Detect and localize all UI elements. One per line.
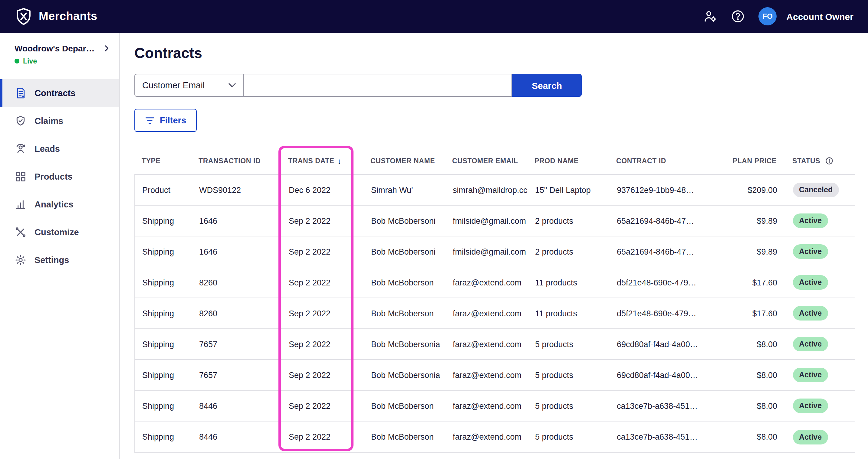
table-row[interactable]: Shipping 8446 Sep 2 2022 Bob McBoberson …	[135, 422, 855, 452]
cell-prod-name: 5 products	[528, 329, 610, 359]
cell-trans-date: Sep 2 2022	[281, 360, 364, 390]
table-row[interactable]: Shipping 8260 Sep 2 2022 Bob McBoberson …	[135, 267, 855, 298]
sidebar-item-label: Contracts	[34, 88, 75, 98]
table-row[interactable]: Shipping 1646 Sep 2 2022 Bob McBobersoni…	[135, 236, 855, 267]
account-owner-label[interactable]: Account Owner	[786, 11, 854, 22]
table-row[interactable]: Product WDS90122 Dec 6 2022 Simrah Wu' s…	[135, 175, 855, 206]
cell-customer-name: Simrah Wu'	[364, 175, 445, 205]
info-icon[interactable]	[825, 157, 834, 165]
sidebar: Woodrow's Depar… Live	[0, 33, 120, 459]
cell-contract-id: 65a21694-846b-47…	[610, 236, 706, 267]
table-row[interactable]: Shipping 8446 Sep 2 2022 Bob McBoberson …	[135, 391, 855, 422]
cell-trans-date: Sep 2 2022	[281, 206, 364, 236]
user-management-icon[interactable]	[703, 9, 717, 24]
cell-status: Active	[786, 267, 856, 298]
cell-status: Active	[786, 360, 856, 390]
cell-contract-id: 69cd80af-f4ad-4a00…	[610, 329, 706, 359]
table-row[interactable]: Shipping 7657 Sep 2 2022 Bob McBobersoni…	[135, 329, 855, 360]
cell-trans-date: Dec 6 2022	[281, 175, 364, 205]
sidebar-item-label: Products	[34, 172, 73, 182]
cell-prod-name: 5 products	[528, 360, 610, 390]
table-row[interactable]: Shipping 1646 Sep 2 2022 Bob McBobersoni…	[135, 206, 855, 236]
column-header-transaction-id[interactable]: TRANSACTION ID	[191, 147, 281, 174]
cell-contract-id: 69cd80af-f4ad-4a00…	[610, 360, 706, 390]
store-selector[interactable]: Woodrow's Depar… Live	[0, 33, 119, 70]
gear-icon	[14, 254, 27, 266]
filter-icon	[145, 116, 155, 125]
cell-customer-name: Bob McBoberson	[364, 391, 445, 421]
sidebar-item-analytics[interactable]: Analytics	[0, 191, 119, 218]
column-header-type[interactable]: TYPE	[134, 147, 191, 174]
topbar: Merchants FO Account Owner	[0, 0, 868, 33]
column-header-contract-id[interactable]: CONTRACT ID	[609, 147, 706, 174]
cell-plan-price: $17.60	[706, 298, 786, 328]
cell-customer-name: Bob McBobersonia	[364, 360, 445, 390]
cell-type: Shipping	[135, 329, 192, 359]
sidebar-item-contracts[interactable]: Contracts	[0, 79, 119, 107]
cell-transaction-id: 1646	[192, 206, 281, 236]
status-badge: Active	[793, 244, 828, 259]
brand[interactable]: Merchants	[14, 7, 97, 25]
column-header-plan-price[interactable]: PLAN PRICE	[706, 147, 785, 174]
cell-trans-date: Sep 2 2022	[281, 236, 364, 267]
cell-customer-name: Bob McBoberson	[364, 267, 445, 298]
column-header-prod-name[interactable]: PROD NAME	[527, 147, 609, 174]
cell-contract-id: ca13ce7b-a638-451…	[610, 422, 706, 452]
search-field-selected-value: Customer Email	[142, 80, 205, 90]
live-status-dot	[14, 59, 19, 64]
cell-trans-date: Sep 2 2022	[281, 298, 364, 328]
cell-status: Canceled	[786, 175, 856, 205]
status-badge: Active	[793, 398, 828, 413]
sidebar-item-label: Settings	[34, 255, 69, 265]
search-field-select[interactable]: Customer Email	[134, 74, 244, 97]
sidebar-nav: Contracts Claims	[0, 79, 119, 274]
topbar-actions: FO Account Owner	[703, 7, 854, 25]
sidebar-item-products[interactable]: Products	[0, 163, 119, 191]
column-header-customer-email[interactable]: CUSTOMER EMAIL	[445, 147, 527, 174]
column-header-customer-name[interactable]: CUSTOMER NAME	[363, 147, 445, 174]
cell-prod-name: 15" Dell Laptop	[528, 175, 610, 205]
table-row[interactable]: Shipping 7657 Sep 2 2022 Bob McBobersoni…	[135, 360, 855, 391]
cell-type: Shipping	[135, 236, 192, 267]
cell-customer-email: faraz@extend.com	[445, 391, 528, 421]
sidebar-item-customize[interactable]: Customize	[0, 218, 119, 246]
grid-icon	[14, 170, 27, 183]
filters-button[interactable]: Filters	[134, 109, 196, 132]
cell-transaction-id: 7657	[192, 360, 281, 390]
status-badge: Active	[793, 430, 828, 444]
sidebar-item-settings[interactable]: Settings	[0, 246, 119, 274]
cell-type: Product	[135, 175, 192, 205]
chevron-right-icon	[102, 44, 111, 53]
cell-type: Shipping	[135, 206, 192, 236]
cell-customer-name: Bob McBoberson	[364, 422, 445, 452]
cell-transaction-id: 1646	[192, 236, 281, 267]
cell-type: Shipping	[135, 298, 192, 328]
avatar[interactable]: FO	[758, 7, 777, 25]
brand-shield-logo-icon	[14, 7, 33, 25]
help-icon[interactable]	[731, 9, 745, 24]
store-name: Woodrow's Depar…	[14, 43, 94, 53]
search-button[interactable]: Search	[512, 74, 582, 97]
sidebar-item-claims[interactable]: Claims	[0, 107, 119, 135]
sort-descending-icon: ↓	[337, 156, 342, 165]
status-badge: Active	[793, 275, 828, 290]
search-input[interactable]	[244, 74, 512, 97]
cell-transaction-id: 8446	[192, 422, 281, 452]
sidebar-item-leads[interactable]: Leads	[0, 135, 119, 163]
cell-status: Active	[786, 329, 856, 359]
table-header: TYPE TRANSACTION ID TRANS DATE ↓ CUSTOME…	[134, 147, 855, 174]
cell-status: Active	[786, 298, 856, 328]
cell-contract-id: ca13ce7b-a638-451…	[610, 391, 706, 421]
contracts-icon	[14, 87, 27, 99]
cell-status: Active	[786, 391, 856, 421]
table-row[interactable]: Shipping 8260 Sep 2 2022 Bob McBoberson …	[135, 298, 855, 329]
page-title: Contracts	[134, 45, 855, 62]
cell-plan-price: $17.60	[706, 267, 786, 298]
cell-contract-id: 937612e9-1bb9-48…	[610, 175, 706, 205]
column-header-trans-date[interactable]: TRANS DATE ↓	[281, 147, 363, 174]
status-badge: Active	[793, 368, 828, 382]
cell-transaction-id: 7657	[192, 329, 281, 359]
cell-prod-name: 2 products	[528, 236, 610, 267]
shield-check-icon	[14, 115, 27, 127]
column-header-status[interactable]: STATUS	[785, 147, 855, 174]
